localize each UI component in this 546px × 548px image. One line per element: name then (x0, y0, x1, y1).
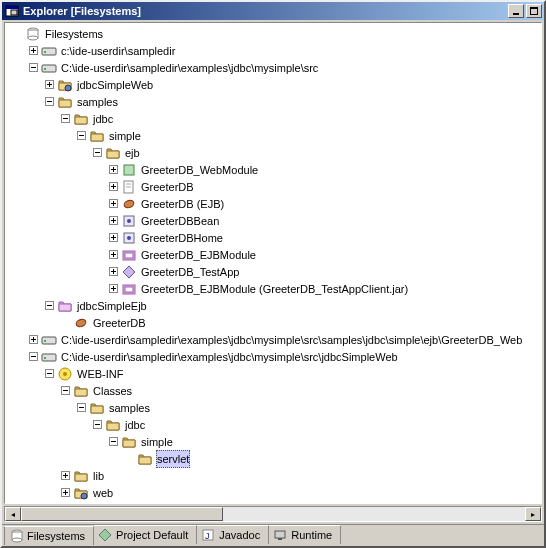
node-label[interactable]: GreeterDB_TestApp (140, 264, 240, 280)
tree-node[interactable]: C:\ide-userdir\sampledir\examples\jdbc\m… (5, 348, 541, 365)
tree-node[interactable]: simple (5, 127, 541, 144)
collapse-toggle[interactable] (89, 417, 105, 433)
node-label[interactable]: Filesystems (44, 26, 104, 42)
tree-node[interactable]: Classes (5, 382, 541, 399)
node-label[interactable]: jdbcSimpleEjb (76, 298, 148, 314)
tab-filesystems[interactable]: Filesystems (4, 526, 94, 545)
tree-panel[interactable]: Filesystemsc:\ide-userdir\sampledirC:\id… (4, 22, 542, 504)
tab-project-default[interactable]: Project Default (93, 525, 197, 544)
node-label[interactable]: GreeterDB (140, 179, 195, 195)
node-label[interactable]: ejb (124, 145, 141, 161)
collapse-toggle[interactable] (73, 400, 89, 416)
node-label[interactable]: GreeterDB_WebModule (140, 162, 259, 178)
window-title: Explorer [Filesystems] (23, 5, 508, 17)
collapse-toggle[interactable] (41, 366, 57, 382)
collapse-toggle[interactable] (105, 434, 121, 450)
node-label[interactable]: lib (92, 468, 105, 484)
tree-node[interactable]: samples (5, 399, 541, 416)
tree-node[interactable]: GreeterDB_TestApp (5, 263, 541, 280)
node-label[interactable]: jdbcSimpleWeb (76, 77, 154, 93)
node-label[interactable]: servlet (156, 450, 190, 468)
node-label[interactable]: GreeterDBHome (140, 230, 224, 246)
expand-toggle[interactable] (57, 485, 73, 501)
tab-runtime[interactable]: Runtime (268, 525, 341, 544)
svg-point-8 (28, 36, 38, 40)
tree-node[interactable]: samples (5, 93, 541, 110)
tree-node[interactable]: jdbcSimpleEjb (5, 297, 541, 314)
node-label[interactable]: GreeterDBBean (140, 213, 220, 229)
node-label[interactable]: GreeterDB (92, 315, 147, 331)
tree-node[interactable]: ejb (5, 144, 541, 161)
node-label[interactable]: GreeterDB (EJB) (140, 196, 225, 212)
node-label[interactable]: web (92, 485, 114, 501)
scroll-track[interactable] (21, 507, 525, 521)
expand-toggle[interactable] (57, 468, 73, 484)
collapse-toggle[interactable] (73, 128, 89, 144)
svg-rect-106 (278, 538, 282, 540)
expand-toggle[interactable] (25, 332, 41, 348)
class-icon (121, 213, 137, 229)
tree-node[interactable]: simple (5, 433, 541, 450)
node-label[interactable]: c:\ide-userdir\sampledir (60, 43, 176, 59)
tree-node[interactable]: C:\ide-userdir\sampledir\examples\jdbc\m… (5, 59, 541, 76)
node-label[interactable]: GreeterDB_EJBModule (GreeterDB_TestAppCl… (140, 281, 409, 297)
node-label[interactable]: samples (108, 400, 151, 416)
node-label[interactable]: C:\ide-userdir\sampledir\examples\jdbc\m… (60, 60, 319, 76)
expand-toggle[interactable] (105, 230, 121, 246)
collapse-toggle[interactable] (41, 94, 57, 110)
expand-toggle[interactable] (105, 213, 121, 229)
expand-toggle[interactable] (105, 179, 121, 195)
tree-node[interactable]: web (5, 484, 541, 501)
node-label[interactable]: simple (108, 128, 142, 144)
tree-node[interactable]: jdbcSimpleWeb (5, 76, 541, 93)
tree-node[interactable]: jdbc (5, 110, 541, 127)
collapse-toggle[interactable] (25, 349, 41, 365)
expand-toggle[interactable] (105, 281, 121, 297)
tree-node[interactable]: GreeterDB (5, 314, 541, 331)
tree-node[interactable]: GreeterDBHome (5, 229, 541, 246)
collapse-toggle[interactable] (89, 145, 105, 161)
tree-node[interactable]: GreeterDB_WebModule (5, 161, 541, 178)
tree-node[interactable]: GreeterDBBean (5, 212, 541, 229)
expand-toggle[interactable] (41, 77, 57, 93)
tree-node[interactable]: c:\ide-userdir\sampledir (5, 42, 541, 59)
expand-toggle[interactable] (105, 196, 121, 212)
node-label[interactable]: jdbc (124, 417, 146, 433)
tree-node[interactable]: jdbc (5, 416, 541, 433)
expand-toggle[interactable] (105, 247, 121, 263)
tree-node[interactable]: GreeterDB_EJBModule (GreeterDB_TestAppCl… (5, 280, 541, 297)
collapse-toggle[interactable] (57, 383, 73, 399)
tab-javadoc[interactable]: JJavadoc (196, 525, 269, 544)
expand-toggle[interactable] (25, 43, 41, 59)
tree-node[interactable]: Filesystems (5, 25, 541, 42)
expand-toggle[interactable] (105, 264, 121, 280)
tree-node[interactable]: GreeterDB (EJB) (5, 195, 541, 212)
node-label[interactable]: samples (76, 94, 119, 110)
horizontal-scrollbar[interactable]: ◂ ▸ (4, 506, 542, 522)
maximize-button[interactable] (526, 4, 542, 18)
node-label[interactable]: C:\ide-userdir\sampledir\examples\jdbc\m… (60, 332, 523, 348)
collapse-toggle[interactable] (41, 298, 57, 314)
scroll-right-button[interactable]: ▸ (525, 507, 541, 521)
node-label[interactable]: jdbc (92, 111, 114, 127)
doc-icon (121, 179, 137, 195)
node-label[interactable]: simple (140, 434, 174, 450)
minimize-button[interactable] (508, 4, 524, 18)
tree-node[interactable]: servlet (5, 450, 541, 467)
svg-point-13 (44, 51, 46, 53)
tree-node[interactable]: GreeterDB (5, 178, 541, 195)
tree-node[interactable]: C:\ide-userdir\sampledir\examples\jdbc\m… (5, 331, 541, 348)
node-label[interactable]: C:\ide-userdir\sampledir\examples\jdbc\m… (60, 349, 399, 365)
scroll-thumb[interactable] (21, 507, 223, 521)
scroll-left-button[interactable]: ◂ (5, 507, 21, 521)
node-label[interactable]: GreeterDB_EJBModule (140, 247, 257, 263)
expand-toggle[interactable] (105, 162, 121, 178)
tree-node[interactable]: lib (5, 467, 541, 484)
node-label[interactable]: WEB-INF (76, 366, 124, 382)
tree-node[interactable]: GreeterDB_EJBModule (5, 246, 541, 263)
tree-node[interactable]: WEB-INF (5, 365, 541, 382)
node-label[interactable]: Classes (92, 383, 133, 399)
collapse-toggle[interactable] (25, 60, 41, 76)
collapse-toggle[interactable] (57, 111, 73, 127)
app-icon (4, 4, 20, 18)
